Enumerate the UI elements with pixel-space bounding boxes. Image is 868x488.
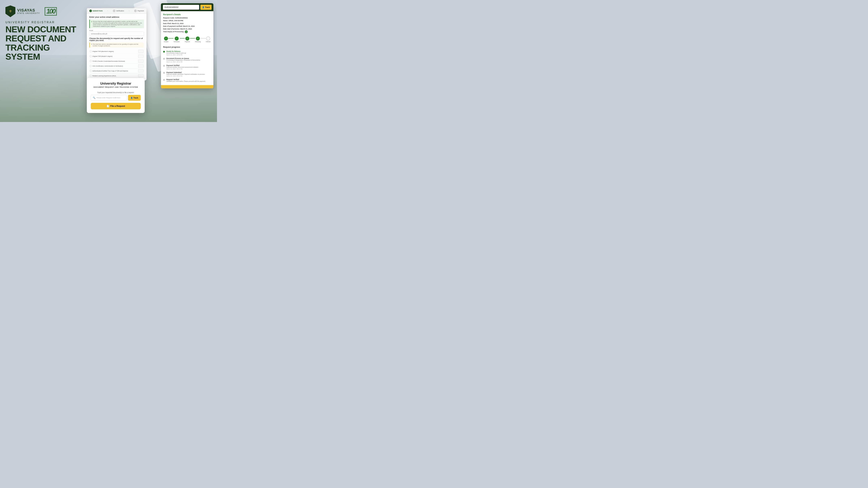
step-label-2: Verification	[116, 10, 124, 12]
step-circle-created: ✓	[164, 36, 168, 40]
step-label-verification: Verification	[174, 41, 180, 42]
step-claimed: ✓ Claimed	[206, 36, 211, 42]
tl-dot-5	[163, 79, 165, 81]
doc-checkbox-4[interactable]	[90, 65, 92, 67]
email-input[interactable]	[89, 32, 144, 36]
tracking-track-button[interactable]: 👤 Track	[200, 5, 212, 10]
doc-row-3: TC/HD (Transfer Credentials/Honorable Di…	[89, 59, 144, 64]
doc-checkbox-1[interactable]	[90, 51, 92, 52]
tl-date-2: March 21, 2024 08:41 PM	[166, 61, 200, 63]
tracking-panel: 👤 Track Recipient's Details Request Code…	[161, 3, 213, 88]
recipient-row-filed: Date Filed: March 21, 2024	[163, 22, 211, 25]
track-button[interactable]: 👤 Track	[128, 95, 141, 101]
timeline-item-2: Document Process on Queue Processing of …	[163, 58, 211, 63]
doc-qty-6[interactable]	[138, 74, 144, 77]
step-arrow-2: ›	[129, 10, 129, 12]
tl-desc-3: Payment verified. Document assessment in…	[166, 66, 198, 68]
doc-row-5: Authentication/Certified True Copy of TO…	[89, 68, 144, 73]
step-line-1	[168, 38, 174, 38]
fee-note: ℹ The total fees will be calculated base…	[89, 42, 144, 47]
step-label-releasing: Releasing	[195, 41, 201, 42]
tl-desc-2: Processing of Request(s) / Evaluation of…	[166, 59, 200, 61]
tracking-code-input[interactable]	[163, 5, 199, 10]
doc-qty-3[interactable]	[138, 60, 144, 63]
step-releasing: ✓ Releasing	[195, 36, 201, 42]
file-icon: 📄	[106, 105, 109, 107]
form-panel: ✓ Submit Form › 2 Verification › 3 Payme…	[87, 8, 147, 80]
doc-checkbox-3[interactable]	[90, 60, 92, 62]
widget-title: University Registrar	[91, 82, 141, 86]
name-label: Name:	[163, 20, 168, 22]
step-line-2	[180, 38, 185, 38]
vsu-text-block: VISAYAS STATE UNIVERSITY	[17, 8, 40, 14]
tracking-search-bar: 👤 Track	[161, 3, 213, 11]
progress-timeline: Ready for Release Document(s) ready for …	[163, 51, 211, 82]
date-filed-value: March 21, 2024	[172, 23, 184, 24]
step-dot-3: 3	[134, 9, 137, 12]
total-days-label: Total Day(s) of Processing:	[163, 31, 184, 33]
tl-dot-3	[163, 65, 165, 67]
fee-icon: ℹ	[91, 43, 92, 46]
centennial-number: 100	[45, 7, 57, 15]
doc-qty-5[interactable]	[138, 69, 144, 72]
tl-dot-2	[163, 58, 165, 60]
doc-qty-4[interactable]	[138, 64, 144, 68]
left-content-area: VISAYAS STATE UNIVERSITY 100 UNIVERSITY …	[5, 5, 81, 61]
tl-title-2: Document Process on Queue	[166, 58, 200, 59]
tl-title-4: Payment Submitted	[166, 72, 205, 73]
tl-date-1: March 21, 2024 06:55 PM	[166, 54, 186, 56]
step-dot-1: ✓	[89, 9, 92, 12]
recipient-row-days: Total Day(s) of Processing: 0	[163, 30, 211, 33]
title-line1: NEW DOCUMENT	[5, 25, 76, 34]
step-circle-payment: ✓	[185, 36, 189, 40]
step-verification: ✓ Verification	[174, 36, 180, 42]
tl-desc-1: Document(s) ready for pick-up.	[166, 52, 186, 54]
date-filed-label: Date Filed:	[163, 23, 172, 24]
doc-name-2: Original TOR (Master's degree)	[92, 56, 113, 57]
vsu-shield-icon	[5, 5, 16, 17]
date-payment-value: March 21, 2024	[183, 25, 194, 27]
document-table: Original TOR (Bachelor's degree) Origina…	[89, 49, 144, 78]
tl-dot-4	[163, 72, 165, 74]
step-arrow-1: ›	[107, 10, 108, 12]
title-line3: TRACKING SYSTEM	[5, 43, 50, 61]
track-search-box: 🔍 Please enter Request Code here	[91, 95, 127, 101]
tl-content-3: Payment Verified Payment verified. Docum…	[166, 65, 198, 70]
doc-qty-1[interactable]	[138, 50, 144, 53]
doc-qty-2[interactable]	[138, 55, 144, 58]
form-info-text: Ensure that the email address you provid…	[93, 21, 143, 27]
file-request-button[interactable]: 📄 File a Request	[91, 103, 141, 109]
step-circle-verification: ✓	[175, 36, 179, 40]
step-label-created: Created	[164, 41, 168, 42]
tl-desc-5: Validated your information. Please proce…	[166, 80, 206, 82]
doc-row-2: Original TOR (Master's degree)	[89, 54, 144, 59]
recipient-title: Recipient's Details	[163, 13, 211, 15]
doc-name-6: Related Learning Experiences (RLE)	[92, 75, 116, 77]
timeline-item-3: Payment Verified Payment verified. Docum…	[163, 65, 211, 70]
recipient-section: Recipient's Details Request Code: OUR240…	[163, 13, 211, 33]
form-section2-title: Choose the document(s) to request and sp…	[89, 37, 144, 41]
date-start-value: March 21, 2024	[180, 28, 192, 30]
doc-checkbox-6[interactable]	[90, 75, 92, 77]
email-group: Email	[89, 30, 144, 36]
tracking-track-btn-label: Track	[205, 6, 210, 8]
recipient-row-payment: Date of payment verified: March 21, 2024	[163, 25, 211, 28]
tracking-body: Recipient's Details Request Code: OUR240…	[161, 11, 213, 85]
doc-checkbox-5[interactable]	[90, 70, 92, 72]
info-icon: ℹ	[91, 21, 92, 27]
name-value: ARGIL JAN NAYRE	[168, 20, 183, 22]
university-sub: STATE UNIVERSITY	[17, 12, 40, 14]
step-payment: ✓ Payment	[185, 36, 190, 42]
university-name: VISAYAS	[17, 8, 40, 12]
registrar-label: UNIVERSITY REGISTRAR	[5, 21, 81, 24]
recipient-row-start: Date start of process: March 21, 2024	[163, 28, 211, 30]
tl-content-5: Request Verified Validated your informat…	[166, 78, 206, 82]
total-days-value: 0	[185, 30, 188, 33]
track-widget: University Registrar DOCUMENT REQUEST AN…	[87, 78, 145, 113]
req-code-label: Request Code:	[163, 17, 175, 19]
track-btn-label: Track	[133, 97, 138, 99]
doc-name-4: CAV (Certification, Authentication & Ver…	[92, 65, 123, 67]
form-section1-title: Enter your active email address	[89, 16, 144, 18]
doc-checkbox-2[interactable]	[90, 55, 92, 57]
timeline-item-5: Request Verified Validated your informat…	[163, 78, 211, 82]
